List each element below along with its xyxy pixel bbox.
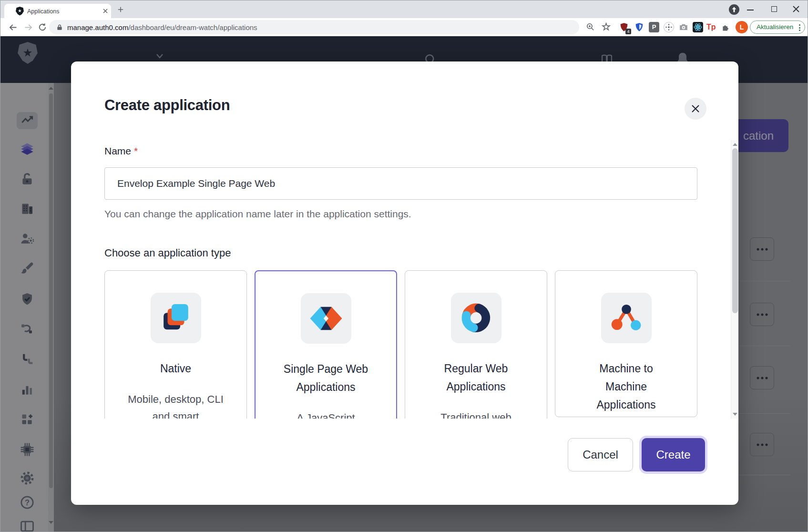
- window-maximize-button[interactable]: [771, 6, 777, 12]
- browser-toolbar: manage.auth0.com/dashboard/eu/dream-watc…: [0, 18, 808, 36]
- reload-icon[interactable]: [38, 22, 47, 32]
- target-extension-icon[interactable]: [664, 22, 674, 32]
- modal-scroll-up-icon[interactable]: [733, 143, 737, 146]
- application-name-input[interactable]: [104, 167, 697, 200]
- card-description: Mobile, desktop, CLI and smart: [127, 391, 225, 419]
- close-icon: [690, 103, 701, 114]
- screen: Applications: [0, 0, 808, 532]
- cancel-button[interactable]: Cancel: [568, 438, 633, 471]
- url-path: /dashboard/eu/dream-watch/applications: [128, 23, 257, 31]
- ublock-extension-icon[interactable]: 4: [619, 22, 629, 32]
- bitwarden-extension-icon[interactable]: [634, 22, 644, 32]
- card-title: Native: [131, 359, 221, 378]
- camera-extension-icon[interactable]: [678, 22, 689, 32]
- create-application-modal: Create application Name * You can change…: [71, 61, 738, 505]
- card-machine-to-machine[interactable]: Machine to Machine Applications: [555, 270, 697, 417]
- card-native[interactable]: Native Mobile, desktop, CLI and smart: [104, 270, 247, 419]
- url-domain: manage.auth0.com: [67, 23, 128, 31]
- required-asterisk: *: [134, 145, 138, 156]
- modal-scrollbar[interactable]: [731, 140, 738, 419]
- browser-tab[interactable]: Applications: [4, 4, 111, 18]
- m2m-icon: [601, 293, 652, 343]
- card-title: Machine to Machine Applications: [582, 359, 671, 414]
- bookmark-star-icon[interactable]: [601, 22, 611, 32]
- p-extension-icon[interactable]: P: [649, 22, 659, 32]
- card-regular-web[interactable]: Regular Web Applications Traditional web: [405, 270, 547, 419]
- card-single-page-web[interactable]: Single Page Web Applications A JavaScrip…: [255, 270, 397, 419]
- modal-scroll-down-icon[interactable]: [733, 413, 737, 416]
- update-menu-dots-icon[interactable]: [799, 24, 800, 32]
- native-icon: [151, 293, 201, 343]
- spa-icon: [301, 293, 351, 344]
- window-minimize-button[interactable]: [747, 10, 754, 10]
- auth0-favicon: [16, 7, 24, 16]
- create-button[interactable]: Create: [642, 438, 705, 471]
- browser-titlebar: Applications: [0, 0, 808, 18]
- url-text: manage.auth0.com/dashboard/eu/dream-watc…: [67, 23, 257, 31]
- chrome-profile-avatar[interactable]: L: [736, 21, 748, 33]
- ssl-lock-icon[interactable]: [56, 24, 63, 31]
- update-button-label: Aktualisieren: [757, 23, 793, 31]
- modal-scrollbar-thumb[interactable]: [732, 148, 738, 313]
- card-title: Regular Web Applications: [431, 359, 521, 396]
- react-devtools-extension-icon[interactable]: [693, 22, 703, 32]
- card-description: A JavaScript: [277, 409, 375, 419]
- chrome-update-icon[interactable]: [729, 4, 739, 15]
- modal-title: Create application: [104, 97, 230, 114]
- tab-close-icon[interactable]: [102, 7, 109, 15]
- modal-close-button[interactable]: [685, 98, 706, 120]
- extensions-puzzle-icon[interactable]: [721, 22, 731, 32]
- name-help-text: You can change the application name late…: [104, 208, 411, 220]
- regular-web-icon: [451, 293, 501, 343]
- url-bar[interactable]: manage.auth0.com/dashboard/eu/dream-watc…: [49, 20, 579, 34]
- back-icon[interactable]: [8, 22, 18, 32]
- ublock-badge: 4: [625, 29, 631, 34]
- card-description: Traditional web: [427, 409, 525, 419]
- application-type-heading: Choose an application type: [104, 247, 231, 259]
- update-button[interactable]: Aktualisieren: [750, 20, 805, 34]
- tp-extension-icon[interactable]: Tp: [706, 22, 717, 32]
- zoom-page-icon[interactable]: [586, 22, 595, 31]
- window-close-button[interactable]: [792, 5, 800, 13]
- forward-icon[interactable]: [23, 22, 33, 32]
- card-title: Single Page Web Applications: [281, 360, 371, 396]
- new-tab-icon[interactable]: [118, 7, 123, 12]
- name-field-label: Name *: [104, 145, 138, 157]
- application-type-cards: Native Mobile, desktop, CLI and smart Si…: [104, 270, 697, 419]
- tab-title: Applications: [27, 8, 59, 15]
